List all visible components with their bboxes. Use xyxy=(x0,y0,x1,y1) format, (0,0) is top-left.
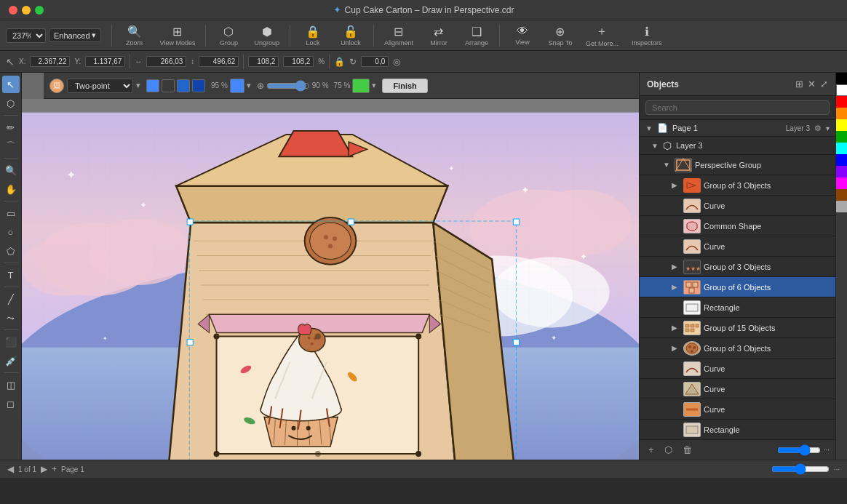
enhanced-button[interactable]: Enhanced ▾ xyxy=(49,28,101,42)
layer-3-row[interactable]: ▼ ⬡ Layer 3 xyxy=(640,137,835,155)
select-tool[interactable]: ↖ xyxy=(2,76,20,93)
maximize-button[interactable] xyxy=(35,6,44,15)
close-panel-button[interactable]: ✕ xyxy=(808,79,816,89)
minimize-button[interactable] xyxy=(22,6,31,15)
view-btn-3[interactable] xyxy=(177,79,190,92)
ungroup-tool[interactable]: ⬢ Ungroup xyxy=(248,23,285,48)
window-controls[interactable] xyxy=(9,6,44,15)
add-layer-button[interactable]: + xyxy=(645,443,657,457)
group-tool[interactable]: ⬡ Group xyxy=(210,23,247,48)
view-btn-4[interactable] xyxy=(192,79,205,92)
unlock-tool[interactable]: 🔓 Unlock xyxy=(333,23,369,48)
color-red[interactable] xyxy=(836,96,847,108)
get-more-tool[interactable]: ＋ Get More... xyxy=(580,23,624,49)
curve-row-4[interactable]: Curve xyxy=(640,379,835,399)
connector-tool[interactable]: ⤳ xyxy=(2,309,20,327)
common-shape-row[interactable]: Common Shape xyxy=(640,216,835,236)
color-magenta[interactable] xyxy=(836,177,847,189)
zoom-tool-left[interactable]: 🔍 xyxy=(2,161,20,179)
scale-w-input[interactable] xyxy=(248,56,279,67)
color-purple[interactable] xyxy=(836,166,847,177)
page-layer-row[interactable]: ▼ 📄 Page 1 Layer 3 ⚙ ▾ xyxy=(640,120,835,137)
expand-arrow[interactable]: ▶ xyxy=(672,181,680,189)
zoom-area[interactable]: 237% 100% 150% 200% Enhanced ▾ xyxy=(6,28,101,43)
text-tool[interactable]: T xyxy=(2,266,20,284)
color-orange[interactable] xyxy=(836,108,847,119)
expand-arrow[interactable]: ▶ xyxy=(672,344,680,352)
freehand-tool[interactable]: ✏ xyxy=(2,119,20,136)
height-input[interactable] xyxy=(199,56,239,67)
node-tool[interactable]: ⬡ xyxy=(2,95,20,112)
poly-tool[interactable]: ⬠ xyxy=(2,242,20,260)
group-3-cookie-row[interactable]: ▶ Group of 3 Objects xyxy=(640,338,835,359)
close-button[interactable] xyxy=(9,6,17,15)
color-black[interactable] xyxy=(836,73,847,84)
expand-page-arrow[interactable]: ▼ xyxy=(645,124,653,132)
line-tool[interactable]: ╱ xyxy=(2,290,20,308)
rotation-input[interactable] xyxy=(361,56,389,67)
expand-arrow[interactable]: ▶ xyxy=(672,283,680,291)
arrange-tool[interactable]: ❑ Arrange xyxy=(458,23,495,48)
mirror-tool[interactable]: ⇄ Mirror xyxy=(421,23,457,48)
color-swatch-2[interactable] xyxy=(352,79,370,93)
add-page-button[interactable]: + xyxy=(52,464,57,474)
panel-header-icons[interactable]: ⊞ ✕ ⤢ xyxy=(795,79,828,89)
perspective-mode-select[interactable]: Two-point One-point Three-point xyxy=(67,79,133,93)
prev-page-button[interactable]: ◀ xyxy=(7,464,14,474)
bezier-tool[interactable]: ⌒ xyxy=(2,137,20,155)
color-swatch-1[interactable] xyxy=(230,79,244,93)
rectangle-row-2[interactable]: Rectangle xyxy=(640,420,835,439)
search-input[interactable] xyxy=(645,100,830,115)
group-3-arrow-row[interactable]: ▶ Group of 3 Objects xyxy=(640,175,835,196)
color-gray[interactable] xyxy=(836,201,847,212)
expand-arrow[interactable]: ▼ xyxy=(663,161,672,169)
view-tool[interactable]: 👁 View xyxy=(504,23,541,47)
expand-panel-button[interactable]: ⤢ xyxy=(820,79,828,89)
curve-row-5[interactable]: Curve xyxy=(640,399,835,420)
alignment-tool[interactable]: ⊟ Alignment xyxy=(378,23,419,48)
ellipse-tool[interactable]: ○ xyxy=(2,223,20,241)
eyedropper-tool[interactable]: 💉 xyxy=(2,352,20,369)
curve-row-1[interactable]: Curve xyxy=(640,196,835,216)
curve-row-2[interactable]: Curve xyxy=(640,236,835,257)
group-6-row[interactable]: ▶ Group of 6 Objects xyxy=(640,277,835,297)
expand-arrow[interactable]: ▶ xyxy=(672,263,680,271)
view-btn-1[interactable] xyxy=(146,79,159,92)
layer-options-button[interactable]: ⬡ xyxy=(661,443,675,457)
eraser-tool[interactable]: ◻ xyxy=(2,395,20,412)
y-input[interactable] xyxy=(85,56,125,67)
color-green[interactable] xyxy=(836,131,847,143)
inspectors-tool[interactable]: ℹ Inspectors xyxy=(626,23,668,48)
group-3-stars-row[interactable]: ▶ ★★★ Group of 3 Objects xyxy=(640,257,835,277)
zoom-select[interactable]: 237% 100% 150% 200% xyxy=(6,28,46,43)
panel-icon-btn-1[interactable]: ⊞ xyxy=(795,79,803,89)
view-btn-2[interactable] xyxy=(162,79,175,92)
zoom-slider-panel[interactable] xyxy=(777,444,821,456)
opacity-slider[interactable] xyxy=(266,80,310,92)
view-modes-tool[interactable]: ⊞ View Modes xyxy=(154,23,202,48)
width-input[interactable] xyxy=(146,56,186,67)
color-brown[interactable] xyxy=(836,189,847,201)
color-blue[interactable] xyxy=(836,154,847,166)
next-page-button[interactable]: ▶ xyxy=(41,464,47,474)
delete-layer-button[interactable]: 🗑 xyxy=(680,443,695,457)
zoom-tool[interactable]: 🔍 Zoom xyxy=(116,23,153,48)
canvas-svg[interactable]: ✦ ✦ ✦ ✦ ✦ ✦ ✦ ✦ xyxy=(22,99,639,460)
finish-button[interactable]: Finish xyxy=(382,79,427,93)
rectangle-row-1[interactable]: Rectangle xyxy=(640,297,835,318)
perspective-group-row[interactable]: ▼ Perspective Group xyxy=(640,155,835,175)
shadow-tool[interactable]: ◫ xyxy=(2,376,20,393)
scale-h-input[interactable] xyxy=(283,56,314,67)
curve-row-3[interactable]: Curve xyxy=(640,359,835,379)
rect-tool[interactable]: ▭ xyxy=(2,204,20,222)
color-yellow[interactable] xyxy=(836,119,847,131)
chevron-icon[interactable]: ▾ xyxy=(826,124,830,132)
expand-arrow[interactable]: ▶ xyxy=(672,324,680,332)
x-input[interactable] xyxy=(30,56,70,67)
canvas-area[interactable]: 🖼 Two-point One-point Three-point ▾ 95 %… xyxy=(22,73,639,460)
group-15-row[interactable]: ▶ Group of 15 Objects xyxy=(640,318,835,338)
color-cyan[interactable] xyxy=(836,143,847,154)
expand-layer-arrow[interactable]: ▼ xyxy=(651,142,659,150)
settings-icon[interactable]: ⚙ xyxy=(814,124,822,133)
zoom-slider-statusbar[interactable] xyxy=(771,463,830,475)
